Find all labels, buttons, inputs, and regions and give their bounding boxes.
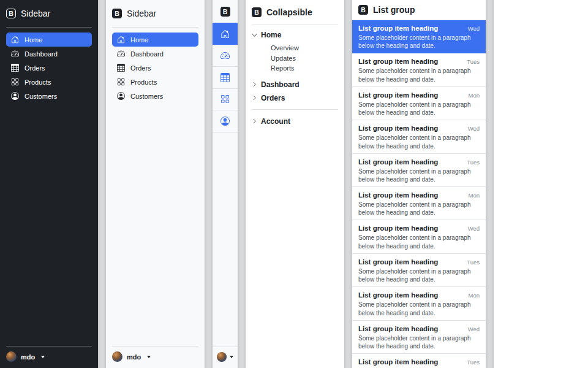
sidebar-item-label: Customers [130, 93, 163, 100]
sidebar-item-products[interactable]: Products [6, 75, 92, 89]
icon-sidebar-item-home[interactable] [213, 23, 238, 45]
divider [6, 346, 92, 347]
bootstrap-logo-icon: B [358, 5, 368, 15]
house-icon [11, 36, 19, 44]
list-item[interactable]: List group item headingWedSome placehold… [352, 220, 486, 253]
vertical-divider [98, 0, 106, 368]
tree-item-account[interactable]: Account [252, 115, 338, 128]
list-item[interactable]: List group item headingTuesSome placehol… [352, 254, 486, 287]
list-item-body: Some placeholder content in a paragraph … [358, 167, 478, 184]
user-menu[interactable]: mdo [112, 351, 198, 362]
tree-item-home[interactable]: Home [252, 28, 338, 42]
tree-item-label: Account [261, 117, 290, 126]
avatar [112, 351, 123, 362]
icon-sidebar-item-products[interactable] [213, 88, 238, 110]
divider [252, 25, 338, 25]
tree-item-dashboard[interactable]: Dashboard [252, 78, 338, 91]
list-item[interactable]: List group item headingTuesSome placehol… [352, 53, 486, 86]
sidebar-title: Sidebar [127, 9, 156, 18]
brand-collapsible[interactable]: B Collapsible [252, 5, 338, 20]
list-item-heading: List group item heading [358, 258, 438, 266]
tree-item-label: Dashboard [261, 80, 300, 89]
list-item-top: List group item headingMon [358, 191, 480, 199]
sidebar-item-label: Products [24, 79, 51, 86]
sidebar-item-dashboard[interactable]: Dashboard [112, 47, 198, 61]
collapsible-tree: HomeOverviewUpdatesReportsDashboardOrder… [252, 28, 338, 128]
list-item-body: Some placeholder content in a paragraph … [358, 67, 478, 83]
caret-down-icon [147, 356, 151, 358]
list-item[interactable]: List group item headingWedSome placehold… [352, 120, 486, 153]
list-item[interactable]: List group item headingWedSome placehold… [352, 20, 486, 53]
speedometer-icon [117, 50, 125, 58]
grid-icon [117, 78, 125, 86]
list-item-top: List group item headingTues [358, 58, 480, 65]
caret-down-icon [41, 356, 45, 358]
chevron-right-icon [252, 82, 257, 87]
list-item-top: List group item headingWed [358, 125, 480, 132]
icon-sidebar-item-customers[interactable] [213, 110, 238, 132]
user-name: mdo [21, 353, 35, 361]
spacer [112, 103, 198, 346]
list-item-heading: List group item heading [358, 358, 438, 366]
list-item[interactable]: List group item headingTuesSome placehol… [352, 154, 486, 187]
list-item-body: Some placeholder content in a paragraph … [358, 267, 478, 284]
vertical-divider [238, 0, 246, 368]
sidebar-item-home[interactable]: Home [112, 33, 198, 47]
sidebar-item-home[interactable]: Home [6, 33, 92, 47]
icon-sidebar-item-dashboard[interactable] [213, 45, 238, 67]
list-item-date: Mon [469, 292, 480, 299]
list-item-heading: List group item heading [358, 25, 438, 32]
sidebar-item-dashboard[interactable]: Dashboard [6, 47, 92, 61]
user-menu[interactable]: mdo [6, 351, 92, 362]
sidebar-item-orders[interactable]: Orders [112, 61, 198, 75]
list-item-top: List group item headingTues [358, 158, 480, 166]
list-item-date: Wed [468, 25, 480, 32]
list-item[interactable]: List group item headingMonSome placehold… [352, 287, 486, 320]
list-item-top: List group item headingTues [358, 258, 480, 266]
list-item-date: Tues [467, 359, 480, 366]
list-item[interactable]: List group item headingMonSome placehold… [352, 87, 486, 120]
list-item-body: Some placeholder content in a paragraph … [358, 134, 478, 150]
brand-light[interactable]: B Sidebar [112, 6, 198, 21]
list-item-top: List group item headingWed [358, 325, 480, 332]
person-circle-icon [117, 92, 125, 100]
list-item-top: List group item headingTues [358, 358, 480, 366]
sidebar-dark: B Sidebar HomeDashboardOrdersProductsCus… [0, 0, 98, 368]
list-group-title: List group [373, 5, 415, 15]
icon-sidebar-item-orders[interactable] [213, 66, 238, 88]
list-item-top: List group item headingWed [358, 224, 480, 232]
list-group: List group item headingWedSome placehold… [352, 20, 486, 368]
page: B Sidebar HomeDashboardOrdersProductsCus… [0, 0, 588, 368]
brand-list-group[interactable]: B List group [352, 0, 486, 20]
list-item-heading: List group item heading [358, 291, 438, 299]
divider [252, 109, 338, 110]
list-item-heading: List group item heading [358, 325, 438, 332]
vertical-divider [486, 0, 494, 368]
list-item-body: Some placeholder content in a paragraph … [358, 34, 478, 50]
bootstrap-logo-icon: B [221, 7, 230, 17]
sidebar-title: Sidebar [21, 9, 50, 18]
chevron-right-icon [252, 95, 257, 101]
list-item[interactable]: List group item headingMonSome placehold… [352, 187, 486, 220]
tree-item-orders[interactable]: Orders [252, 91, 338, 105]
caret-down-icon [230, 356, 233, 358]
list-item-heading: List group item heading [358, 125, 438, 132]
sidebar-icons: B [213, 0, 238, 368]
sidebar-item-products[interactable]: Products [112, 75, 198, 89]
tree-subitem-overview[interactable]: Overview [271, 43, 338, 53]
speedometer-icon [11, 50, 19, 58]
brand-dark[interactable]: B Sidebar [6, 6, 92, 21]
sidebar-item-orders[interactable]: Orders [6, 61, 92, 75]
brand-icon-only[interactable]: B [213, 0, 238, 23]
user-menu[interactable] [213, 347, 238, 368]
sidebar-item-customers[interactable]: Customers [6, 89, 92, 103]
list-item[interactable]: List group item headingWedSome placehold… [352, 321, 486, 354]
tree-subitem-updates[interactable]: Updates [271, 53, 338, 64]
tree-subitem-reports[interactable]: Reports [271, 63, 338, 74]
bootstrap-logo-icon: B [252, 7, 262, 17]
sidebar-item-label: Home [24, 36, 42, 44]
list-item-top: List group item headingWed [358, 25, 480, 32]
list-item[interactable]: List group item headingTuesSome placehol… [352, 354, 486, 368]
vertical-divider [205, 0, 213, 368]
sidebar-item-customers[interactable]: Customers [112, 89, 198, 103]
